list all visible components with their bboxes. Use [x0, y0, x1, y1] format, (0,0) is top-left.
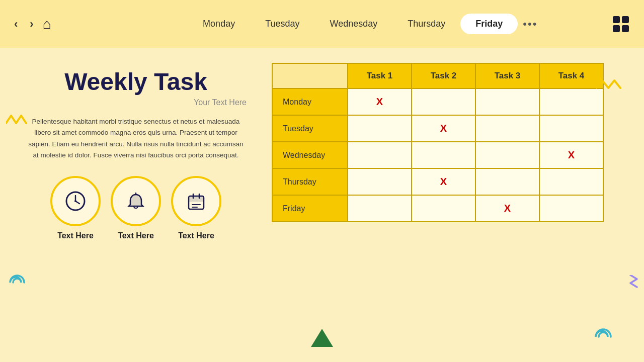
grid-view-icon[interactable]	[613, 16, 629, 32]
cell-thursday-task1	[348, 168, 412, 195]
icons-row: Text Here Text Here	[20, 176, 252, 240]
right-section: Task 1 Task 2 Task 3 Task 4 Monday X Tu	[252, 58, 624, 352]
spiral-decoration-right	[593, 326, 614, 352]
table-header-task3: Task 3	[475, 63, 539, 88]
row-label-wednesday: Wednesday	[272, 142, 348, 168]
cell-tuesday-task3	[475, 115, 539, 142]
tab-thursday[interactable]: Thursday	[392, 14, 460, 34]
icon-item-2: Text Here	[111, 176, 161, 240]
icon-item-3: Text Here	[171, 176, 221, 240]
table-row-monday: Monday X	[272, 88, 603, 115]
x-mark: X	[568, 149, 575, 160]
table-header-task1: Task 1	[348, 63, 412, 88]
table-header-empty	[272, 63, 348, 88]
nav-tabs: Monday Tuesday Wednesday Thursday Friday…	[92, 14, 634, 34]
x-mark: X	[504, 203, 511, 214]
table-row-wednesday: Wednesday X	[272, 142, 603, 168]
back-button[interactable]: ‹	[10, 16, 22, 33]
spiral-decoration-left	[8, 273, 27, 297]
calendar-icon-circle	[171, 176, 221, 226]
cell-wednesday-task2	[412, 142, 475, 168]
x-mark: X	[376, 96, 383, 107]
row-label-thursday: Thursday	[272, 168, 348, 195]
more-menu[interactable]: •••	[523, 18, 537, 31]
table-row-friday: Friday X	[272, 195, 603, 222]
x-mark: X	[440, 176, 447, 187]
cell-friday-task3: X	[475, 195, 539, 222]
cell-wednesday-task1	[348, 142, 412, 168]
table-header-task4: Task 4	[539, 63, 603, 88]
cell-thursday-task3	[475, 168, 539, 195]
icon-item-1: Text Here	[50, 176, 101, 240]
cell-friday-task1	[348, 195, 412, 222]
zigzag-decoration-left	[6, 113, 29, 132]
table-row-tuesday: Tuesday X	[272, 115, 603, 142]
cell-friday-task2	[412, 195, 475, 222]
cell-thursday-task2: X	[412, 168, 475, 195]
page-title: Weekly Task	[20, 68, 252, 96]
home-icon[interactable]: ⌂	[43, 16, 51, 32]
table-header-task2: Task 2	[412, 63, 475, 88]
table-row-thursday: Thursday X	[272, 168, 603, 195]
tab-monday[interactable]: Monday	[188, 14, 250, 34]
row-label-friday: Friday	[272, 195, 348, 222]
row-label-monday: Monday	[272, 88, 348, 115]
icon-label-2: Text Here	[118, 231, 154, 240]
header: ‹ › ⌂ Monday Tuesday Wednesday Thursday …	[0, 0, 644, 48]
triangle-decoration-bottom	[311, 329, 333, 347]
zigzag-decoration-bottom-right	[628, 275, 639, 292]
icon-label-3: Text Here	[178, 231, 214, 240]
tab-friday[interactable]: Friday	[460, 14, 518, 34]
bell-icon-circle	[111, 176, 161, 226]
cell-friday-task4	[539, 195, 603, 222]
subtitle: Your Text Here	[20, 98, 252, 107]
main-content: Weekly Task Your Text Here Pellentesque …	[0, 48, 644, 362]
svg-point-3	[74, 200, 76, 202]
icon-label-1: Text Here	[57, 231, 94, 240]
nav-arrows: ‹ ›	[10, 16, 38, 33]
cell-monday-task2	[412, 88, 475, 115]
cell-tuesday-task2: X	[412, 115, 475, 142]
clock-icon-circle	[50, 176, 101, 226]
description-text: Pellentesque habitant morbi tristique se…	[20, 116, 252, 161]
cell-monday-task4	[539, 88, 603, 115]
cell-monday-task3	[475, 88, 539, 115]
cell-wednesday-task4: X	[539, 142, 603, 168]
cell-monday-task1: X	[348, 88, 412, 115]
tab-wednesday[interactable]: Wednesday	[315, 14, 393, 34]
row-label-tuesday: Tuesday	[272, 115, 348, 142]
cell-tuesday-task1	[348, 115, 412, 142]
cell-tuesday-task4	[539, 115, 603, 142]
zigzag-decoration-right	[596, 78, 624, 97]
task-table: Task 1 Task 2 Task 3 Task 4 Monday X Tu	[272, 63, 604, 222]
forward-button[interactable]: ›	[26, 16, 37, 33]
x-mark: X	[440, 123, 447, 134]
svg-rect-6	[189, 196, 204, 201]
left-section: Weekly Task Your Text Here Pellentesque …	[20, 58, 252, 352]
tab-tuesday[interactable]: Tuesday	[250, 14, 314, 34]
cell-wednesday-task3	[475, 142, 539, 168]
cell-thursday-task4	[539, 168, 603, 195]
